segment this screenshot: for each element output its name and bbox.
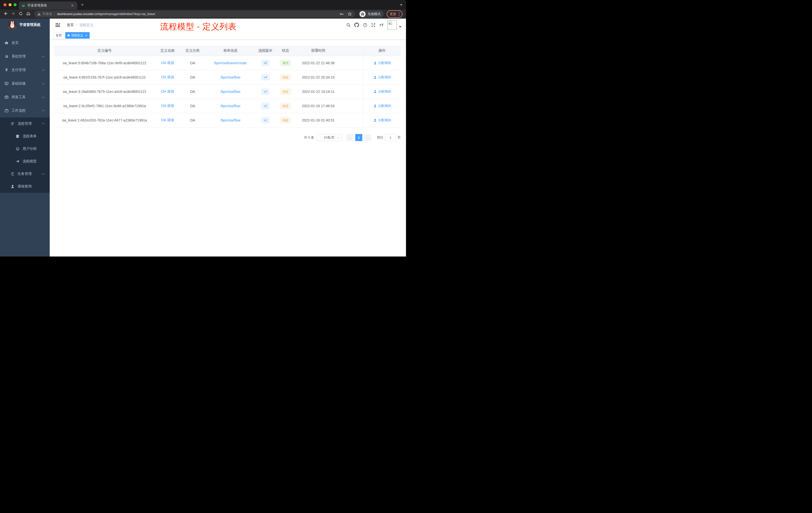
definition-name-link[interactable]: OA 请假: [161, 75, 174, 80]
search-icon[interactable]: [344, 19, 352, 31]
close-window-button[interactable]: [3, 3, 6, 6]
assign-rule-link[interactable]: 分配规则: [373, 118, 391, 122]
definition-name-link[interactable]: OA 请假: [161, 89, 174, 94]
browser-tab[interactable]: 芋道管理系统 ✕: [19, 1, 77, 9]
sidebar-item-infrastructure[interactable]: 基础设施: [0, 77, 50, 90]
fullscreen-icon[interactable]: [369, 19, 377, 31]
column-header-filler: [341, 46, 363, 56]
sidebar-item-user-group[interactable]: 用户分组: [0, 143, 50, 155]
sidebar-item-system[interactable]: 系统管理: [0, 50, 50, 63]
form-info-link[interactable]: /bpm/oa/flow: [221, 90, 240, 94]
status-tag: 挂起: [280, 74, 291, 80]
sidebar-item-process-management[interactable]: 流程管理: [0, 117, 50, 130]
form-info-link[interactable]: /bpm/oa/leave/create: [214, 61, 247, 65]
sidebar-item-home[interactable]: 首页: [0, 36, 50, 50]
url-divider: [54, 12, 55, 16]
tree-branch-icon: [10, 172, 14, 176]
tab-close-icon[interactable]: ✕: [70, 3, 75, 8]
tab-title: 芋道管理系统: [27, 3, 70, 8]
sidebar-item-payment[interactable]: ¥ 支付管理: [0, 63, 50, 77]
main-area: 首页 / 流程定义 ? т: [50, 19, 406, 256]
page-unit-label: 页: [398, 135, 401, 140]
next-page-button[interactable]: ›: [364, 134, 371, 141]
page-size-select[interactable]: 10条/页: [317, 134, 342, 141]
sidebar-item-devtools[interactable]: 研发工具: [0, 90, 50, 104]
sidebar: 芋道管理系统 首页 系统管理 ¥ 支付管: [0, 19, 50, 256]
sidebar-item-label: 工作流程: [11, 109, 26, 113]
deploy-time: 2022-01-16 17:46:53: [296, 99, 341, 113]
update-label[interactable]: 更新: [390, 12, 396, 16]
page-number-button[interactable]: 1: [355, 134, 362, 141]
sidebar-item-task-management[interactable]: 任务管理: [0, 168, 50, 180]
definition-name-link[interactable]: OA 请假: [161, 61, 174, 65]
deploy-time: 2022-01-16 01:40:51: [296, 113, 341, 127]
assign-rule-label: 分配规则: [378, 118, 391, 122]
tags-view-bar: 首页 流程定义 ✕: [50, 31, 406, 40]
zoom-window-button[interactable]: [13, 3, 17, 6]
column-header-name: 定义名称: [155, 46, 180, 56]
sidebar-item-process-model[interactable]: 流程模型: [0, 155, 50, 168]
chrome-update-menu[interactable]: 更新: [387, 10, 403, 18]
home-button[interactable]: [25, 11, 32, 17]
status-tag: 挂起: [280, 103, 291, 109]
macos-traffic-lights: [3, 3, 17, 6]
sidebar-item-label: 系统管理: [11, 54, 26, 59]
avatar-dropdown-caret-icon[interactable]: [399, 26, 402, 28]
incognito-badge: 无痕模式: [358, 10, 384, 18]
person-icon: [10, 184, 14, 188]
table-row: oa_leave:2:3c1f0ef1-76b1-11ec-9c66-a2380…: [54, 99, 401, 113]
sidebar-logo-row[interactable]: 芋道管理系统: [0, 19, 50, 31]
definition-name-link[interactable]: OA 请假: [161, 104, 174, 108]
security-label[interactable]: 不安全: [42, 12, 52, 16]
form-info-link[interactable]: /bpm/oa/flow: [221, 118, 240, 122]
forward-button[interactable]: [9, 11, 17, 17]
tag-process-definition[interactable]: 流程定义 ✕: [65, 32, 90, 39]
table-row: oa_leave:4:991f2193-7b7f-11ec-a3c8-acde4…: [54, 70, 401, 85]
assign-rule-link[interactable]: 分配规则: [373, 61, 391, 65]
password-key-icon[interactable]: [340, 12, 344, 16]
prev-page-button[interactable]: ‹: [346, 134, 353, 141]
sidebar-toggle-icon[interactable]: [55, 23, 60, 27]
sidebar-item-label: 流程模型: [23, 159, 37, 163]
sidebar-item-workflow[interactable]: 工作流程: [0, 104, 50, 117]
assign-rule-label: 分配规则: [378, 61, 391, 65]
toolbox-icon: [4, 95, 8, 99]
assign-rule-link[interactable]: 分配规则: [373, 75, 391, 80]
table-header-row: 定义编号 定义名称 定义分类 表单信息 流程版本 状态 部署时间 操作: [54, 46, 401, 56]
table-row: oa_leave:1:482ec033-762a-11ec-8477-a2380…: [54, 113, 401, 127]
sidebar-item-process-form[interactable]: 流程表单: [0, 130, 50, 143]
kebab-menu-icon[interactable]: [399, 12, 400, 16]
logo-avatar: [8, 21, 16, 29]
tab-search-chevron-icon[interactable]: [400, 4, 403, 6]
form-info-link[interactable]: /bpm/oa/flow: [221, 75, 240, 79]
breadcrumb-home[interactable]: 首页: [67, 23, 74, 27]
tag-close-icon[interactable]: ✕: [85, 34, 87, 37]
column-header-time: 部署时间: [296, 46, 341, 56]
definition-name-link[interactable]: OA 请假: [161, 118, 174, 122]
pagination-goto: 前往 页: [377, 134, 401, 141]
minimize-window-button[interactable]: [8, 3, 11, 6]
filler-cell: [341, 85, 363, 99]
back-button[interactable]: [2, 11, 9, 17]
goto-page-input[interactable]: [385, 134, 396, 141]
definition-category: OA: [180, 56, 205, 70]
form-info-link[interactable]: /bpm/oa/flow: [221, 104, 240, 108]
assign-rule-link[interactable]: 分配规则: [373, 89, 391, 94]
avatar-broken-image[interactable]: [387, 20, 397, 30]
tag-home[interactable]: 首页: [54, 32, 64, 39]
pagination-total: 共 5 条: [304, 135, 314, 140]
svg-text:?: ?: [364, 24, 366, 26]
address-bar[interactable]: 不安全 dashboard.yudao.iocoder.cn/bpm/manag…: [34, 10, 355, 18]
sidebar-item-label: 基础设施: [11, 81, 26, 86]
reload-button[interactable]: [17, 11, 25, 17]
help-icon[interactable]: ?: [361, 19, 369, 31]
assign-rule-link[interactable]: 分配规则: [373, 104, 391, 108]
font-size-icon[interactable]: тT: [377, 19, 386, 31]
deploy-time: 2022-01-22 21:48:38: [296, 56, 341, 70]
column-header-version: 流程版本: [256, 46, 275, 56]
url-text[interactable]: dashboard.yudao.iocoder.cn/bpm/manager/d…: [57, 12, 340, 16]
new-tab-button[interactable]: +: [81, 2, 84, 7]
github-icon[interactable]: [352, 19, 361, 31]
sidebar-item-leave-query[interactable]: 请假查询: [0, 180, 50, 193]
bookmark-star-icon[interactable]: [348, 12, 352, 16]
